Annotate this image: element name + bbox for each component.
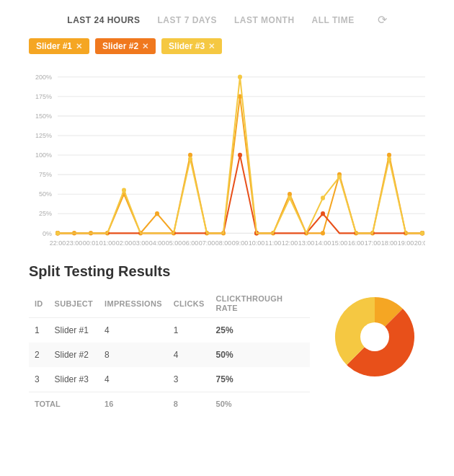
col-header-impressions: IMPRESSIONS (99, 290, 168, 318)
pie-chart-wrapper (324, 290, 425, 384)
svg-text:13:00: 13:00 (298, 239, 315, 246)
svg-text:00:01: 00:01 (83, 239, 99, 246)
svg-text:12:00: 12:00 (282, 239, 298, 246)
filter-tag-slider3[interactable]: Slider #3 ✕ (161, 38, 222, 54)
svg-text:20:00: 20:00 (414, 239, 425, 246)
svg-text:75%: 75% (39, 171, 52, 178)
svg-text:125%: 125% (35, 132, 52, 139)
svg-point-73 (288, 195, 292, 200)
svg-point-77 (420, 231, 424, 236)
nav-last-month[interactable]: LAST MONTH (234, 15, 295, 25)
cell-clicks-2: 3 (168, 367, 210, 392)
svg-point-70 (122, 188, 126, 193)
svg-text:175%: 175% (35, 93, 52, 100)
table-row: 1 Slider #1 4 1 25% (29, 318, 310, 343)
cell-impressions-1: 8 (99, 343, 168, 367)
refresh-icon[interactable]: ⟳ (378, 13, 387, 27)
svg-text:01:00: 01:00 (99, 239, 116, 246)
svg-text:100%: 100% (35, 151, 52, 159)
svg-text:03:00: 03:00 (133, 239, 149, 246)
nav-last-24-hours[interactable]: LAST 24 HOURS (67, 15, 140, 25)
svg-point-72 (238, 74, 242, 79)
total-clicks: 8 (168, 392, 210, 416)
cell-ctr-0: 25% (210, 318, 310, 343)
table-total-row: TOTAL 16 8 50% (29, 392, 310, 416)
svg-text:04:00: 04:00 (149, 239, 166, 246)
svg-point-74 (321, 195, 325, 200)
chart-svg: .grid-line { stroke: #e8e8e8; stroke-wid… (29, 61, 425, 249)
col-header-clicks: CLICKS (168, 290, 210, 318)
tag-label-slider3: Slider #3 (169, 41, 205, 51)
table-row: 3 Slider #3 4 3 75% (29, 367, 310, 392)
svg-text:25%: 25% (39, 210, 52, 217)
svg-point-69 (55, 231, 60, 236)
tag-close-slider3[interactable]: ✕ (208, 42, 215, 51)
svg-text:16:00: 16:00 (348, 239, 365, 246)
total-label: TOTAL (29, 392, 99, 416)
svg-text:10:00: 10:00 (249, 239, 265, 246)
cell-id-0: 1 (29, 318, 49, 343)
svg-text:06:00: 06:00 (182, 239, 199, 246)
svg-text:02:00: 02:00 (116, 239, 133, 246)
cell-subject-1: Slider #2 (49, 343, 99, 367)
split-title: Split Testing Results (29, 263, 425, 280)
tag-close-slider1[interactable]: ✕ (76, 42, 82, 51)
svg-text:15:00: 15:00 (331, 239, 348, 246)
line-chart: .grid-line { stroke: #e8e8e8; stroke-wid… (0, 61, 454, 249)
svg-text:09:00: 09:00 (232, 239, 249, 246)
svg-text:18:00: 18:00 (381, 239, 398, 246)
cell-impressions-0: 4 (99, 318, 168, 343)
col-header-subject: SUBJECT (49, 290, 99, 318)
total-ctr: 50% (210, 392, 310, 416)
svg-point-76 (387, 157, 391, 162)
table-header-row: ID SUBJECT IMPRESSIONS CLICKS CLICKTHROU… (29, 290, 310, 318)
cell-ctr-1: 50% (210, 343, 310, 367)
cell-id-2: 3 (29, 367, 49, 392)
svg-text:0%: 0% (43, 229, 52, 237)
filter-tags: Slider #1 ✕ Slider #2 ✕ Slider #3 ✕ (0, 34, 454, 61)
svg-text:150%: 150% (35, 113, 52, 120)
tag-close-slider2[interactable]: ✕ (142, 42, 148, 51)
tag-label-slider1: Slider #1 (36, 41, 72, 51)
svg-point-71 (188, 157, 192, 162)
table-row: 2 Slider #2 8 4 50% (29, 343, 310, 367)
svg-point-65 (238, 153, 242, 158)
nav-last-7-days[interactable]: LAST 7 DAYS (158, 15, 217, 25)
svg-text:17:00: 17:00 (365, 239, 381, 246)
svg-text:50%: 50% (39, 190, 52, 198)
split-testing-section: Split Testing Results ID SUBJECT IMPRESS… (0, 249, 454, 430)
svg-text:19:00: 19:00 (398, 239, 414, 246)
cell-clicks-0: 1 (168, 318, 210, 343)
filter-tag-slider2[interactable]: Slider #2 ✕ (95, 38, 156, 54)
svg-point-47 (155, 211, 159, 216)
col-header-ctr: CLICKTHROUGH RATE (210, 290, 310, 318)
cell-clicks-1: 4 (168, 343, 210, 367)
col-header-id: ID (29, 290, 49, 318)
nav-all-time[interactable]: ALL TIME (312, 15, 355, 25)
cell-ctr-2: 75% (210, 367, 310, 392)
svg-text:11:00: 11:00 (265, 239, 282, 246)
results-table: ID SUBJECT IMPRESSIONS CLICKS CLICKTHROU… (29, 290, 310, 415)
cell-subject-0: Slider #1 (49, 318, 99, 343)
svg-text:200%: 200% (35, 74, 52, 81)
svg-point-57 (321, 231, 325, 236)
tag-label-slider2: Slider #2 (102, 41, 138, 51)
svg-text:08:00: 08:00 (215, 239, 232, 246)
cell-id-1: 2 (29, 343, 49, 367)
svg-point-78 (360, 322, 389, 351)
svg-text:05:00: 05:00 (166, 239, 182, 246)
svg-text:14:00: 14:00 (315, 239, 331, 246)
svg-point-67 (321, 211, 325, 216)
pie-chart (328, 290, 422, 384)
filter-tag-slider1[interactable]: Slider #1 ✕ (29, 38, 89, 54)
cell-impressions-2: 4 (99, 367, 168, 392)
svg-point-75 (337, 175, 342, 180)
svg-text:22:00: 22:00 (50, 239, 66, 246)
top-navigation: LAST 24 HOURS LAST 7 DAYS LAST MONTH ALL… (0, 0, 454, 34)
svg-text:07:00: 07:00 (199, 239, 215, 246)
total-impressions: 16 (99, 392, 168, 416)
results-wrapper: ID SUBJECT IMPRESSIONS CLICKS CLICKTHROU… (29, 290, 425, 415)
cell-subject-2: Slider #3 (49, 367, 99, 392)
svg-text:23:00: 23:00 (66, 239, 83, 246)
